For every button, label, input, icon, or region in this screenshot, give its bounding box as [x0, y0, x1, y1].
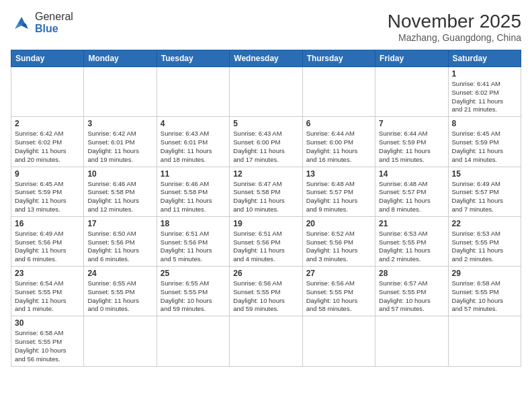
calendar-cell: 7Sunrise: 6:44 AM Sunset: 5:59 PM Daylig…: [375, 117, 448, 167]
day-info: Sunrise: 6:45 AM Sunset: 5:59 PM Dayligh…: [452, 130, 517, 164]
day-number: 7: [379, 119, 444, 128]
calendar-cell: 26Sunrise: 6:56 AM Sunset: 5:55 PM Dayli…: [230, 267, 302, 316]
weekday-header: Friday: [375, 50, 448, 67]
calendar-week-row: 2Sunrise: 6:42 AM Sunset: 6:02 PM Daylig…: [11, 117, 521, 167]
weekday-header: Thursday: [302, 50, 375, 67]
calendar-cell: [157, 67, 229, 117]
calendar-cell: 1Sunrise: 6:41 AM Sunset: 6:02 PM Daylig…: [448, 67, 521, 117]
calendar-cell: 15Sunrise: 6:49 AM Sunset: 5:57 PM Dayli…: [448, 167, 521, 216]
day-info: Sunrise: 6:43 AM Sunset: 6:00 PM Dayligh…: [233, 130, 298, 164]
header: General Blue November 2025 Mazhang, Guan…: [11, 11, 521, 43]
calendar-cell: 25Sunrise: 6:55 AM Sunset: 5:55 PM Dayli…: [157, 267, 229, 316]
day-number: 29: [452, 269, 517, 278]
day-info: Sunrise: 6:49 AM Sunset: 5:56 PM Dayligh…: [15, 230, 80, 264]
day-info: Sunrise: 6:53 AM Sunset: 5:55 PM Dayligh…: [379, 230, 444, 264]
day-number: 4: [161, 119, 226, 128]
day-number: 28: [379, 269, 444, 278]
day-info: Sunrise: 6:53 AM Sunset: 5:55 PM Dayligh…: [452, 230, 517, 264]
day-number: 22: [452, 219, 517, 228]
calendar-cell: [302, 316, 375, 366]
day-number: 2: [15, 119, 80, 128]
day-info: Sunrise: 6:46 AM Sunset: 5:58 PM Dayligh…: [161, 180, 226, 214]
day-info: Sunrise: 6:43 AM Sunset: 6:01 PM Dayligh…: [161, 130, 226, 164]
calendar-cell: [230, 316, 302, 366]
calendar-cell: 13Sunrise: 6:48 AM Sunset: 5:57 PM Dayli…: [302, 167, 375, 216]
calendar-cell: 30Sunrise: 6:58 AM Sunset: 5:55 PM Dayli…: [11, 316, 84, 366]
day-info: Sunrise: 6:56 AM Sunset: 5:55 PM Dayligh…: [233, 279, 298, 314]
calendar-cell: [84, 316, 157, 366]
day-info: Sunrise: 6:44 AM Sunset: 5:59 PM Dayligh…: [379, 130, 444, 164]
calendar-cell: 14Sunrise: 6:48 AM Sunset: 5:57 PM Dayli…: [375, 167, 448, 216]
day-number: 18: [161, 219, 226, 228]
day-info: Sunrise: 6:48 AM Sunset: 5:57 PM Dayligh…: [379, 180, 444, 214]
month-title: November 2025: [388, 11, 521, 32]
day-number: 11: [161, 169, 226, 179]
calendar-header-row: SundayMondayTuesdayWednesdayThursdayFrid…: [11, 50, 521, 67]
day-info: Sunrise: 6:49 AM Sunset: 5:57 PM Dayligh…: [452, 180, 517, 214]
day-info: Sunrise: 6:58 AM Sunset: 5:55 PM Dayligh…: [15, 329, 80, 363]
calendar-week-row: 9Sunrise: 6:45 AM Sunset: 5:59 PM Daylig…: [11, 167, 521, 216]
calendar-cell: [375, 67, 448, 117]
calendar-cell: 23Sunrise: 6:54 AM Sunset: 5:55 PM Dayli…: [11, 267, 84, 316]
calendar-cell: 29Sunrise: 6:58 AM Sunset: 5:55 PM Dayli…: [448, 267, 521, 316]
calendar-cell: 19Sunrise: 6:51 AM Sunset: 5:56 PM Dayli…: [230, 216, 302, 266]
calendar-cell: 3Sunrise: 6:42 AM Sunset: 6:01 PM Daylig…: [84, 117, 157, 167]
day-number: 13: [306, 169, 371, 179]
calendar-cell: [448, 316, 521, 366]
calendar-week-row: 16Sunrise: 6:49 AM Sunset: 5:56 PM Dayli…: [11, 216, 521, 266]
day-number: 16: [15, 219, 80, 228]
calendar-cell: 22Sunrise: 6:53 AM Sunset: 5:55 PM Dayli…: [448, 216, 521, 266]
day-number: 17: [87, 219, 152, 228]
calendar-cell: 20Sunrise: 6:52 AM Sunset: 5:56 PM Dayli…: [302, 216, 375, 266]
logo: General Blue: [11, 11, 73, 34]
day-number: 15: [452, 169, 517, 179]
calendar-cell: [302, 67, 375, 117]
calendar-week-row: 23Sunrise: 6:54 AM Sunset: 5:55 PM Dayli…: [11, 267, 521, 316]
day-info: Sunrise: 6:50 AM Sunset: 5:56 PM Dayligh…: [87, 230, 152, 264]
calendar-cell: 17Sunrise: 6:50 AM Sunset: 5:56 PM Dayli…: [84, 216, 157, 266]
logo-text: General Blue: [35, 11, 73, 34]
day-number: 21: [379, 219, 444, 228]
day-number: 24: [87, 269, 152, 278]
calendar-cell: 21Sunrise: 6:53 AM Sunset: 5:55 PM Dayli…: [375, 216, 448, 266]
weekday-header: Wednesday: [230, 50, 302, 67]
weekday-header: Sunday: [11, 50, 84, 67]
calendar-cell: 27Sunrise: 6:56 AM Sunset: 5:55 PM Dayli…: [302, 267, 375, 316]
calendar-cell: 4Sunrise: 6:43 AM Sunset: 6:01 PM Daylig…: [157, 117, 229, 167]
calendar-cell: 9Sunrise: 6:45 AM Sunset: 5:59 PM Daylig…: [11, 167, 84, 216]
day-number: 25: [161, 269, 226, 278]
day-info: Sunrise: 6:52 AM Sunset: 5:56 PM Dayligh…: [306, 230, 371, 264]
calendar-cell: 28Sunrise: 6:57 AM Sunset: 5:55 PM Dayli…: [375, 267, 448, 316]
day-number: 14: [379, 169, 444, 179]
day-info: Sunrise: 6:48 AM Sunset: 5:57 PM Dayligh…: [306, 180, 371, 214]
day-number: 5: [233, 119, 298, 128]
calendar-cell: [84, 67, 157, 117]
day-number: 10: [87, 169, 152, 179]
calendar-cell: [11, 67, 84, 117]
calendar-cell: [157, 316, 229, 366]
day-number: 26: [233, 269, 298, 278]
day-number: 9: [15, 169, 80, 179]
day-info: Sunrise: 6:58 AM Sunset: 5:55 PM Dayligh…: [452, 279, 517, 314]
calendar-cell: 8Sunrise: 6:45 AM Sunset: 5:59 PM Daylig…: [448, 117, 521, 167]
day-number: 3: [87, 119, 152, 128]
day-info: Sunrise: 6:44 AM Sunset: 6:00 PM Dayligh…: [306, 130, 371, 164]
day-number: 8: [452, 119, 517, 128]
day-info: Sunrise: 6:41 AM Sunset: 6:02 PM Dayligh…: [452, 80, 517, 114]
calendar-cell: 12Sunrise: 6:47 AM Sunset: 5:58 PM Dayli…: [230, 167, 302, 216]
day-info: Sunrise: 6:42 AM Sunset: 6:02 PM Dayligh…: [15, 130, 80, 164]
calendar-cell: [375, 316, 448, 366]
day-number: 23: [15, 269, 80, 278]
day-info: Sunrise: 6:57 AM Sunset: 5:55 PM Dayligh…: [379, 279, 444, 314]
day-info: Sunrise: 6:56 AM Sunset: 5:55 PM Dayligh…: [306, 279, 371, 314]
calendar-cell: 24Sunrise: 6:55 AM Sunset: 5:55 PM Dayli…: [84, 267, 157, 316]
day-info: Sunrise: 6:54 AM Sunset: 5:55 PM Dayligh…: [15, 279, 80, 314]
calendar-cell: 11Sunrise: 6:46 AM Sunset: 5:58 PM Dayli…: [157, 167, 229, 216]
day-number: 27: [306, 269, 371, 278]
day-info: Sunrise: 6:55 AM Sunset: 5:55 PM Dayligh…: [161, 279, 226, 314]
calendar-cell: 5Sunrise: 6:43 AM Sunset: 6:00 PM Daylig…: [230, 117, 302, 167]
day-info: Sunrise: 6:45 AM Sunset: 5:59 PM Dayligh…: [15, 180, 80, 214]
location: Mazhang, Guangdong, China: [388, 32, 521, 43]
calendar-cell: 16Sunrise: 6:49 AM Sunset: 5:56 PM Dayli…: [11, 216, 84, 266]
calendar-table: SundayMondayTuesdayWednesdayThursdayFrid…: [11, 50, 521, 367]
